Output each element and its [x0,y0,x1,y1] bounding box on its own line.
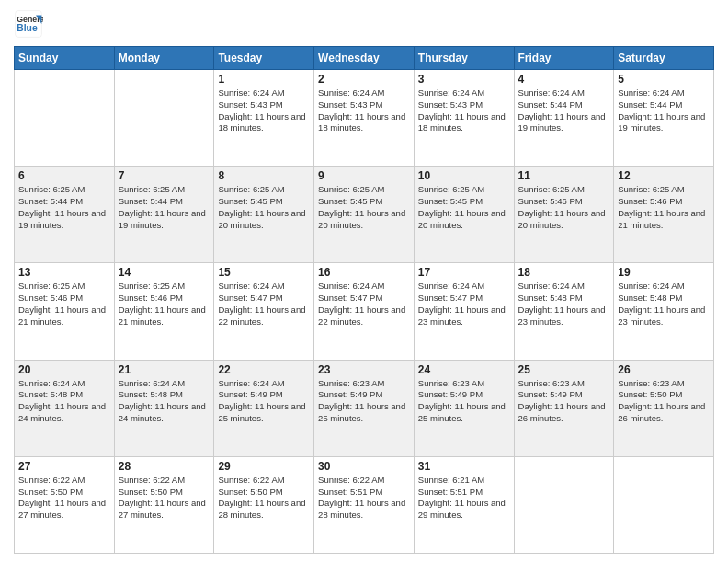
calendar-cell: 18Sunrise: 6:24 AMSunset: 5:48 PMDayligh… [514,263,614,360]
day-number: 5 [618,73,710,86]
day-info: Sunrise: 6:23 AMSunset: 5:49 PMDaylight:… [418,378,510,425]
weekday-header-friday: Friday [514,47,614,70]
weekday-header-monday: Monday [114,47,214,70]
day-info: Sunrise: 6:25 AMSunset: 5:46 PMDaylight:… [618,184,710,231]
day-number: 20 [18,363,110,376]
day-number: 26 [618,363,710,376]
calendar-cell [114,70,214,167]
calendar-cell: 22Sunrise: 6:24 AMSunset: 5:49 PMDayligh… [214,360,314,456]
day-number: 8 [218,169,310,182]
page: General Blue SundayMondayTuesdayWednesda… [0,0,728,563]
calendar-cell: 1Sunrise: 6:24 AMSunset: 5:43 PMDaylight… [214,70,314,167]
calendar-cell: 4Sunrise: 6:24 AMSunset: 5:44 PMDaylight… [514,70,614,167]
day-number: 11 [518,169,610,182]
calendar-cell: 5Sunrise: 6:24 AMSunset: 5:44 PMDaylight… [614,70,714,167]
calendar-cell: 21Sunrise: 6:24 AMSunset: 5:48 PMDayligh… [114,360,214,456]
day-number: 9 [318,169,410,182]
day-number: 23 [318,363,410,376]
calendar-week-2: 6Sunrise: 6:25 AMSunset: 5:44 PMDaylight… [15,167,714,263]
calendar-cell: 29Sunrise: 6:22 AMSunset: 5:50 PMDayligh… [214,456,314,553]
day-info: Sunrise: 6:24 AMSunset: 5:48 PMDaylight:… [618,281,710,327]
calendar-cell: 2Sunrise: 6:24 AMSunset: 5:43 PMDaylight… [314,70,415,167]
day-number: 28 [119,460,210,473]
calendar-cell: 25Sunrise: 6:23 AMSunset: 5:49 PMDayligh… [514,360,614,456]
day-number: 13 [18,266,110,279]
calendar-body: 1Sunrise: 6:24 AMSunset: 5:43 PMDaylight… [15,70,714,554]
calendar-cell: 20Sunrise: 6:24 AMSunset: 5:48 PMDayligh… [15,360,115,456]
weekday-header-thursday: Thursday [414,47,514,70]
day-number: 15 [218,266,310,279]
day-info: Sunrise: 6:22 AMSunset: 5:51 PMDaylight:… [318,475,410,522]
calendar-cell: 12Sunrise: 6:25 AMSunset: 5:46 PMDayligh… [614,167,714,263]
calendar-cell: 31Sunrise: 6:21 AMSunset: 5:51 PMDayligh… [414,456,514,553]
weekday-header-wednesday: Wednesday [314,47,415,70]
calendar-week-1: 1Sunrise: 6:24 AMSunset: 5:43 PMDaylight… [15,70,714,167]
calendar-cell: 26Sunrise: 6:23 AMSunset: 5:50 PMDayligh… [614,360,714,456]
day-number: 4 [518,73,610,86]
calendar-cell: 7Sunrise: 6:25 AMSunset: 5:44 PMDaylight… [114,167,214,263]
calendar-cell: 16Sunrise: 6:24 AMSunset: 5:47 PMDayligh… [314,263,415,360]
day-number: 29 [218,460,310,473]
day-info: Sunrise: 6:25 AMSunset: 5:46 PMDaylight:… [518,184,610,231]
day-number: 14 [119,266,210,279]
day-info: Sunrise: 6:23 AMSunset: 5:49 PMDaylight:… [518,378,610,425]
day-number: 2 [318,73,410,86]
day-info: Sunrise: 6:24 AMSunset: 5:48 PMDaylight:… [518,281,610,327]
calendar-cell: 24Sunrise: 6:23 AMSunset: 5:49 PMDayligh… [414,360,514,456]
day-number: 16 [318,266,410,279]
day-info: Sunrise: 6:23 AMSunset: 5:49 PMDaylight:… [318,378,410,425]
calendar-cell [514,456,614,553]
day-number: 19 [618,266,710,279]
day-info: Sunrise: 6:24 AMSunset: 5:48 PMDaylight:… [18,378,110,425]
day-info: Sunrise: 6:24 AMSunset: 5:47 PMDaylight:… [218,281,310,327]
day-info: Sunrise: 6:24 AMSunset: 5:43 PMDaylight:… [418,87,510,134]
calendar-table: SundayMondayTuesdayWednesdayThursdayFrid… [14,46,714,554]
logo: General Blue [14,9,43,39]
day-info: Sunrise: 6:24 AMSunset: 5:47 PMDaylight:… [418,281,510,327]
day-number: 1 [218,73,310,86]
calendar-cell [15,70,115,167]
day-number: 21 [119,363,210,376]
day-info: Sunrise: 6:25 AMSunset: 5:45 PMDaylight:… [318,184,410,231]
day-number: 22 [218,363,310,376]
calendar-header-row: SundayMondayTuesdayWednesdayThursdayFrid… [15,47,714,70]
svg-text:Blue: Blue [17,23,38,33]
day-info: Sunrise: 6:22 AMSunset: 5:50 PMDaylight:… [18,475,110,522]
day-number: 25 [518,363,610,376]
calendar-cell: 28Sunrise: 6:22 AMSunset: 5:50 PMDayligh… [114,456,214,553]
day-number: 31 [418,460,510,473]
calendar-cell: 13Sunrise: 6:25 AMSunset: 5:46 PMDayligh… [15,263,115,360]
calendar-cell: 30Sunrise: 6:22 AMSunset: 5:51 PMDayligh… [314,456,415,553]
calendar-cell: 10Sunrise: 6:25 AMSunset: 5:45 PMDayligh… [414,167,514,263]
calendar-cell: 11Sunrise: 6:25 AMSunset: 5:46 PMDayligh… [514,167,614,263]
day-number: 12 [618,169,710,182]
day-number: 30 [318,460,410,473]
calendar-week-4: 20Sunrise: 6:24 AMSunset: 5:48 PMDayligh… [15,360,714,456]
day-info: Sunrise: 6:24 AMSunset: 5:43 PMDaylight:… [218,87,310,134]
day-info: Sunrise: 6:25 AMSunset: 5:46 PMDaylight:… [119,281,210,327]
day-number: 7 [119,169,210,182]
day-info: Sunrise: 6:22 AMSunset: 5:50 PMDaylight:… [218,475,310,522]
day-number: 10 [418,169,510,182]
calendar-cell: 27Sunrise: 6:22 AMSunset: 5:50 PMDayligh… [15,456,115,553]
calendar-cell: 3Sunrise: 6:24 AMSunset: 5:43 PMDaylight… [414,70,514,167]
day-info: Sunrise: 6:23 AMSunset: 5:50 PMDaylight:… [618,378,710,425]
weekday-header-tuesday: Tuesday [214,47,314,70]
day-info: Sunrise: 6:21 AMSunset: 5:51 PMDaylight:… [418,475,510,522]
day-number: 17 [418,266,510,279]
calendar-cell: 8Sunrise: 6:25 AMSunset: 5:45 PMDaylight… [214,167,314,263]
calendar-week-3: 13Sunrise: 6:25 AMSunset: 5:46 PMDayligh… [15,263,714,360]
day-info: Sunrise: 6:24 AMSunset: 5:48 PMDaylight:… [119,378,210,425]
day-info: Sunrise: 6:25 AMSunset: 5:46 PMDaylight:… [18,281,110,327]
day-info: Sunrise: 6:24 AMSunset: 5:43 PMDaylight:… [318,87,410,134]
calendar-cell: 14Sunrise: 6:25 AMSunset: 5:46 PMDayligh… [114,263,214,360]
calendar-week-5: 27Sunrise: 6:22 AMSunset: 5:50 PMDayligh… [15,456,714,553]
day-info: Sunrise: 6:24 AMSunset: 5:49 PMDaylight:… [218,378,310,425]
calendar-cell: 6Sunrise: 6:25 AMSunset: 5:44 PMDaylight… [15,167,115,263]
weekday-header-saturday: Saturday [614,47,714,70]
day-info: Sunrise: 6:25 AMSunset: 5:45 PMDaylight:… [418,184,510,231]
day-info: Sunrise: 6:24 AMSunset: 5:44 PMDaylight:… [618,87,710,134]
calendar-cell: 19Sunrise: 6:24 AMSunset: 5:48 PMDayligh… [614,263,714,360]
day-info: Sunrise: 6:25 AMSunset: 5:44 PMDaylight:… [18,184,110,231]
day-info: Sunrise: 6:25 AMSunset: 5:45 PMDaylight:… [218,184,310,231]
